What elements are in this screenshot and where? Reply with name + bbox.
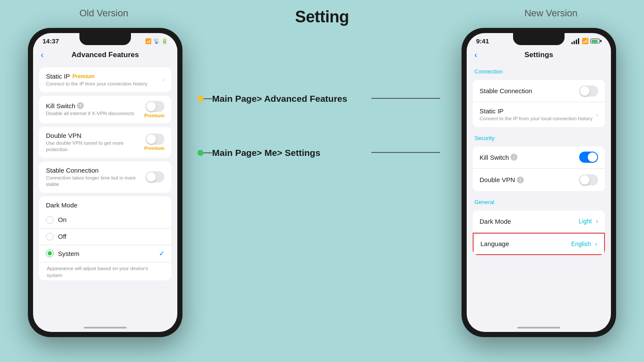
- old-stable-subtitle: Connection takes longer time but is more…: [46, 175, 146, 188]
- old-stable-section: Stable Connection Connection takes longe…: [39, 161, 171, 193]
- new-double-vpn-row[interactable]: Double VPN i: [473, 169, 605, 191]
- flow-connector-1: Main Page> Advanced Features: [197, 94, 347, 104]
- new-connection-section: Stable Connection Static IP Connect to t…: [473, 80, 605, 127]
- new-battery-icon: [590, 39, 601, 43]
- old-kill-switch-section: Kill Switch ? Disable all internet if X-…: [39, 96, 171, 123]
- old-kill-switch-subtitle: Disable all internet if X-VPN disconnect…: [46, 110, 144, 117]
- battery-icon: 🔋: [161, 38, 168, 44]
- old-kill-switch-right: Premium: [144, 101, 164, 118]
- old-phone-screen: 14:37 📶 📡 🔋 ‹ Advanced Features Static I…: [33, 33, 177, 332]
- old-double-vpn-subtitle: Use double VPN tunnel to get more protec…: [46, 140, 144, 153]
- bar3: [576, 40, 577, 44]
- old-dark-mode-on-label: On: [58, 216, 164, 223]
- old-dark-mode-off-radio[interactable]: [46, 233, 54, 240]
- page-title: Setting: [295, 8, 349, 26]
- new-stable-row[interactable]: Stable Connection: [473, 80, 605, 102]
- new-language-value: English: [571, 240, 591, 247]
- new-double-vpn-left: Double VPN i: [480, 176, 579, 183]
- old-kill-switch-title: Kill Switch: [46, 102, 75, 110]
- flow-connector-2: Main Page> Me> Settings: [197, 148, 320, 158]
- old-double-vpn-left: Double VPN Use double VPN tunnel to get …: [46, 132, 144, 153]
- old-double-vpn-toggle[interactable]: [146, 134, 164, 145]
- new-signal-bars: [571, 38, 579, 44]
- old-phone-notch: [79, 33, 131, 45]
- new-dark-mode-value: Light: [579, 218, 592, 225]
- old-dark-mode-off-row[interactable]: Off: [39, 228, 171, 245]
- new-static-ip-chevron: ›: [596, 111, 598, 118]
- new-kill-switch-left: Kill Switch i: [480, 154, 579, 161]
- flow-hline-1: [371, 98, 440, 99]
- old-static-ip-row[interactable]: Static IP Premium Connect to the IP from…: [39, 67, 171, 92]
- new-double-vpn-title-area: Double VPN i: [480, 176, 579, 183]
- new-phone-screen: 9:41 📶 ‹ Settings: [467, 33, 611, 332]
- new-language-right: English ›: [571, 240, 597, 247]
- new-dark-mode-left: Dark Mode: [480, 218, 579, 225]
- old-dark-mode-system-radio[interactable]: [46, 249, 54, 257]
- old-stable-row[interactable]: Stable Connection Connection takes longe…: [39, 161, 171, 193]
- signal-icon: 📶: [145, 38, 152, 44]
- new-general-header: General: [467, 195, 611, 207]
- old-dark-mode-on-radio[interactable]: [46, 216, 54, 224]
- old-status-icons: 📶 📡 🔋: [145, 38, 168, 44]
- old-dark-mode-title: Dark Mode: [46, 201, 77, 209]
- old-home-indicator: [84, 327, 127, 329]
- old-stable-title: Stable Connection: [46, 167, 146, 174]
- old-nav-bar: ‹ Advanced Features: [33, 46, 177, 64]
- old-static-ip-badge: Premium: [73, 73, 94, 79]
- new-stable-title: Stable Connection: [480, 87, 579, 94]
- old-dark-mode-on-row[interactable]: On: [39, 212, 171, 228]
- old-version-label: Old Version: [79, 8, 128, 19]
- old-kill-switch-toggle[interactable]: [146, 101, 164, 112]
- old-stable-toggle[interactable]: [146, 171, 164, 183]
- new-stable-left: Stable Connection: [480, 87, 579, 94]
- flow-hline-2: [371, 152, 440, 153]
- new-dark-mode-row[interactable]: Dark Mode Light ›: [473, 210, 605, 233]
- new-kill-switch-title-area: Kill Switch i: [480, 154, 579, 161]
- old-screen-title: Advanced Features: [72, 51, 139, 59]
- old-status-time: 14:37: [43, 37, 59, 45]
- new-language-row[interactable]: Language English ›: [473, 233, 605, 255]
- bar1: [571, 42, 573, 44]
- flow-line-2: [204, 152, 212, 153]
- new-back-arrow[interactable]: ‹: [474, 50, 477, 60]
- old-static-ip-section: Static IP Premium Connect to the IP from…: [39, 67, 171, 92]
- old-kill-switch-left: Kill Switch ? Disable all internet if X-…: [46, 102, 144, 117]
- kill-switch-info-icon[interactable]: ?: [77, 102, 84, 109]
- new-status-icons: 📶: [571, 38, 601, 44]
- old-double-vpn-row[interactable]: Double VPN Use double VPN tunnel to get …: [39, 127, 171, 158]
- new-language-left: Language: [480, 240, 571, 247]
- new-connection-header: Connection: [467, 64, 611, 76]
- flow-line-1: [204, 98, 212, 99]
- old-double-vpn-section: Double VPN Use double VPN tunnel to get …: [39, 127, 171, 158]
- new-phone: 9:41 📶 ‹ Settings: [462, 28, 616, 337]
- new-kill-switch-toggle[interactable]: [579, 152, 598, 163]
- flow-dot-2: [197, 150, 204, 156]
- new-static-ip-row[interactable]: Static IP Connect to the IP from your lo…: [473, 102, 605, 127]
- old-dark-mode-check: ✓: [159, 249, 164, 258]
- old-dark-mode-system-row[interactable]: System ✓: [39, 245, 171, 262]
- new-security-header: Security: [467, 131, 611, 143]
- old-back-arrow[interactable]: ‹: [41, 50, 44, 60]
- new-phone-notch: [513, 33, 565, 45]
- bar4: [578, 38, 579, 44]
- new-double-vpn-info-icon[interactable]: i: [517, 176, 524, 183]
- old-dark-mode-note: Appearance will adjust based on your dev…: [39, 262, 171, 280]
- old-double-vpn-right: Premium: [144, 134, 164, 151]
- old-kill-switch-row[interactable]: Kill Switch ? Disable all internet if X-…: [39, 96, 171, 123]
- new-kill-switch-row[interactable]: Kill Switch i: [473, 146, 605, 169]
- flow-dot-1: [197, 96, 204, 102]
- new-double-vpn-toggle[interactable]: [579, 174, 598, 186]
- new-kill-switch-info-icon[interactable]: i: [510, 154, 517, 161]
- new-home-indicator: [517, 327, 560, 329]
- new-static-ip-left: Static IP Connect to the IP from your lo…: [480, 107, 596, 122]
- flow-text-1: Main Page> Advanced Features: [212, 94, 347, 104]
- flow-text-2: Main Page> Me> Settings: [212, 148, 320, 158]
- old-static-ip-left: Static IP Premium Connect to the IP from…: [46, 73, 162, 87]
- new-general-section: Dark Mode Light › Language English ›: [473, 210, 605, 255]
- old-static-ip-chevron: ›: [162, 76, 164, 83]
- new-stable-toggle[interactable]: [579, 85, 598, 97]
- new-double-vpn-title: Double VPN: [480, 176, 515, 183]
- new-screen-title: Settings: [524, 51, 553, 59]
- new-security-section: Kill Switch i Double VPN i: [473, 146, 605, 191]
- new-version-label: New Version: [524, 8, 577, 19]
